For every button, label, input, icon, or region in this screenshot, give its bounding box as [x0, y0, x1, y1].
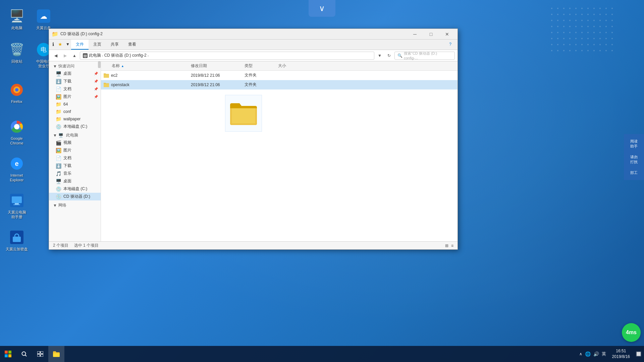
svg-line-123	[25, 355, 26, 356]
address-bar: ◀ ▶ ▲ 此电脑 › CD 驱动器 (D:) config-2 › ▼ ↻ 🔍…	[49, 50, 458, 61]
documents-nav-icon: 📄	[56, 86, 61, 92]
up-button[interactable]: ▲	[70, 52, 78, 60]
nav-item-music[interactable]: 🎵 音乐	[49, 170, 101, 177]
taskbar-search-button[interactable]	[16, 346, 32, 362]
table-row[interactable]: ec2 2019/8/12 21:06 文件夹	[101, 71, 458, 80]
nav-item-wallpaper[interactable]: 📁 wallpaper	[49, 115, 101, 123]
desktop-icon-tianyiyun-encrypt[interactable]: 天翼云加密盘	[3, 228, 30, 253]
path-separator-2: ›	[148, 54, 149, 58]
ribbon: ℹ ★ ▼ 文件 主页 共享 查看 ?	[49, 40, 458, 50]
latency-badge: 4ms	[622, 323, 641, 342]
folder-openstack-icon	[104, 82, 109, 87]
nav-item-label-videos: 视频	[63, 140, 71, 145]
svg-point-88	[575, 50, 577, 51]
nav-item-conf[interactable]: 📁 conf	[49, 108, 101, 115]
svg-point-79	[593, 44, 595, 45]
this-pc-icon: 🖥️	[9, 8, 25, 24]
svg-point-43	[593, 26, 595, 27]
desktop-icon-tianyiyun-assistant[interactable]: 天翼云电脑助手册	[3, 191, 30, 221]
file-explorer-taskbar-button[interactable]	[48, 346, 64, 362]
tab-share[interactable]: 共享	[106, 40, 123, 50]
forward-button[interactable]: ▶	[61, 52, 69, 60]
view-grid-icon[interactable]: ⊞	[445, 243, 448, 248]
desktop-icon-label-recycle-bin: 回收站	[11, 59, 22, 64]
svg-point-46	[611, 26, 613, 27]
maximize-button[interactable]: □	[423, 29, 439, 40]
svg-point-49	[557, 32, 558, 33]
col-header-date[interactable]: 修改日期	[191, 63, 245, 69]
volume-tray-icon[interactable]: 🔊	[593, 351, 599, 357]
back-button[interactable]: ◀	[52, 52, 60, 60]
desktop-icon-google-chrome[interactable]: GoogleChrome	[3, 117, 30, 147]
tab-home[interactable]: 主页	[89, 40, 106, 50]
ribbon-tabs: ℹ ★ ▼ 文件 主页 共享 查看 ?	[49, 40, 458, 50]
nav-item-downloads[interactable]: ⬇️ 下载 📌	[49, 77, 101, 85]
minimize-button[interactable]: ─	[407, 29, 423, 40]
nav-item-local-disk-c[interactable]: 💿 本地磁盘 (C:)	[49, 123, 101, 130]
path-separator-1: ›	[102, 54, 103, 58]
this-pc-header[interactable]: ▼ 🖥️ 此电脑	[49, 130, 101, 139]
nav-item-pc-documents[interactable]: 📄 文档	[49, 154, 101, 162]
address-path[interactable]: 此电脑 › CD 驱动器 (D:) config-2 ›	[80, 52, 374, 60]
desktop-icon-ie[interactable]: e InternetExplorer	[3, 154, 30, 184]
nav-item-cd-drive[interactable]: 💿 CD 驱动器 (D:)	[49, 193, 101, 200]
nav-item-documents[interactable]: 📄 文档 📌	[49, 85, 101, 93]
nav-item-videos[interactable]: 🎬 视频	[49, 139, 101, 146]
col-header-size[interactable]: 大小	[278, 63, 312, 69]
nav-item-pc-desktop[interactable]: 🖥️ 桌面	[49, 177, 101, 185]
quick-access-header[interactable]: ▼ 快速访问	[49, 61, 101, 70]
right-panel-read[interactable]: 阅读助手	[626, 137, 642, 150]
col-header-type[interactable]: 类型	[245, 63, 278, 69]
view-list-icon[interactable]: ≡	[451, 243, 453, 248]
col-header-name[interactable]: 名称 ▲	[104, 63, 191, 69]
tab-star: ★	[56, 40, 64, 50]
desktop-icon-recycle-bin[interactable]: 🗑️ 回收站	[3, 40, 30, 65]
lang-indicator[interactable]: 英	[602, 351, 606, 357]
tray-clock[interactable]: 16:51 2019/8/16	[609, 346, 633, 362]
desktop-icon-label-chrome: GoogleChrome	[10, 136, 23, 146]
svg-point-7	[593, 8, 595, 9]
network-tray-icon[interactable]: 🌐	[585, 351, 591, 357]
sort-arrow-name: ▲	[121, 64, 124, 68]
search-placeholder: 搜索"CD 驱动器 (D:) config-...	[404, 51, 452, 60]
table-row-selected[interactable]: openstack 2019/8/12 21:06 文件夹	[101, 80, 458, 89]
window-controls: ─ □ ✕	[407, 29, 455, 40]
svg-text:☁: ☁	[40, 12, 47, 20]
recycle-bin-icon: 🗑️	[9, 42, 25, 58]
start-button[interactable]	[0, 346, 16, 362]
nav-item-pc-pictures[interactable]: 🖼️ 图片	[49, 146, 101, 154]
desktop-icon-this-pc[interactable]: 🖥️ 此电脑	[3, 7, 30, 32]
tray-chevron-icon[interactable]: ∧	[579, 352, 582, 356]
scrollbar-thumb[interactable]	[98, 61, 101, 68]
svg-point-102	[15, 88, 18, 92]
tab-help[interactable]: ?	[444, 40, 456, 50]
notification-button[interactable]	[633, 346, 644, 362]
nav-item-pictures[interactable]: 🖼️ 图片 📌	[49, 93, 101, 101]
nav-item-64[interactable]: 📁 64	[49, 101, 101, 108]
refresh-button[interactable]: ↻	[385, 52, 393, 60]
nav-item-local-disk-c2[interactable]: 💿 本地磁盘 (C:)	[49, 185, 101, 193]
taskbar: ∧ 🌐 🔊 英 16:51 2019/8/16	[0, 346, 644, 362]
tab-view[interactable]: 查看	[123, 40, 141, 50]
close-button[interactable]: ✕	[439, 29, 455, 40]
svg-point-27	[569, 20, 571, 21]
tab-file[interactable]: 文件	[71, 40, 89, 50]
search-box[interactable]: 🔍 搜索"CD 驱动器 (D:) config-...	[394, 52, 455, 60]
svg-point-51	[569, 32, 571, 33]
right-panel: 阅读助手 请勿打扰 部工	[624, 134, 644, 180]
svg-point-57	[605, 32, 607, 33]
quick-access-expand-icon: ▼	[53, 64, 57, 69]
desktop-icon-firefox[interactable]: Firefox	[3, 80, 30, 105]
nav-item-desktop[interactable]: 🖥️ 桌面 📌	[49, 70, 101, 77]
svg-point-29	[581, 20, 583, 21]
taskbar-tray-icons: ∧ 🌐 🔊 英	[577, 346, 609, 362]
right-panel-dnd[interactable]: 请勿打扰	[626, 153, 642, 166]
desktop-icon-tianyiyun[interactable]: ☁ 天翼云盘	[30, 7, 57, 32]
dropdown-button[interactable]: ▼	[376, 52, 384, 60]
right-panel-dept[interactable]: 部工	[626, 169, 642, 177]
svg-point-75	[569, 44, 571, 45]
floating-folder-preview	[225, 95, 262, 132]
network-header[interactable]: ▼ 网络	[49, 200, 101, 209]
task-view-button[interactable]	[32, 346, 48, 362]
nav-item-pc-downloads[interactable]: ⬇️ 下载	[49, 162, 101, 170]
